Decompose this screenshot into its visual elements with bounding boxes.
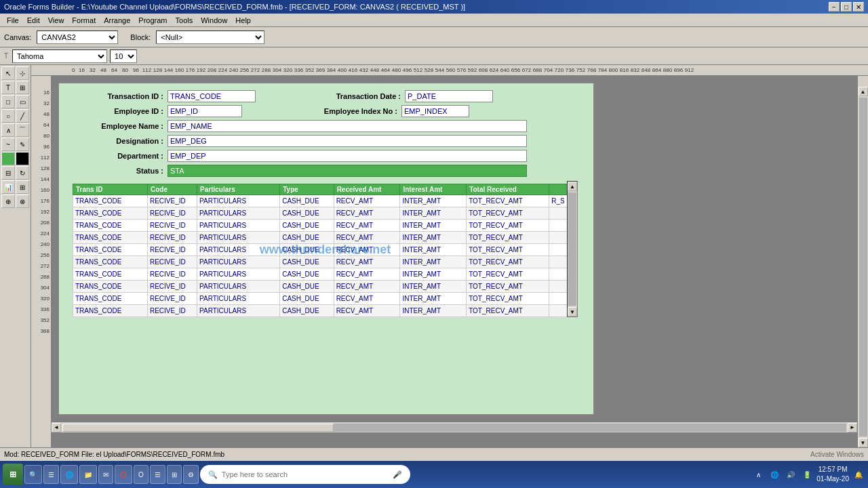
tool-extra2[interactable]: ⊗ bbox=[16, 195, 29, 208]
minimize-button[interactable]: − bbox=[829, 2, 840, 12]
block-select[interactable]: <Null> bbox=[156, 30, 264, 44]
menu-file[interactable]: File bbox=[3, 15, 23, 26]
taskbar-app1[interactable]: ☰ bbox=[150, 465, 165, 484]
department-input[interactable] bbox=[167, 150, 527, 162]
menu-arrange[interactable]: Arrange bbox=[100, 15, 134, 26]
tool-freeline[interactable]: ~ bbox=[1, 138, 15, 151]
tool-marquee[interactable]: ⊹ bbox=[16, 66, 29, 80]
tool-freehand[interactable]: ✎ bbox=[16, 138, 29, 151]
tool-image[interactable]: ⊞ bbox=[16, 81, 29, 94]
menu-format[interactable]: Format bbox=[68, 15, 100, 26]
tray-volume[interactable]: 🔊 bbox=[784, 468, 797, 481]
search-bar[interactable]: 🔍 🎤 bbox=[200, 465, 410, 484]
table-row[interactable]: TRANS_CODERECIVE_IDPARTICULARSCASH_DUERE… bbox=[73, 268, 574, 281]
table-row[interactable]: TRANS_CODERECIVE_IDPARTICULARSCASH_DUERE… bbox=[73, 281, 574, 293]
tool-chart[interactable]: 📊 bbox=[1, 180, 15, 194]
transaction-date-input[interactable] bbox=[405, 90, 493, 102]
taskbar-ie[interactable]: ⊙ bbox=[115, 465, 132, 484]
horizontal-scrollbar[interactable]: ◄ ► bbox=[52, 422, 857, 432]
taskbar: ⊞ 🔍 ☰ 🌐 📁 ✉ ⊙ O ☰ ⊞ ⚙ 🔍 🎤 ∧ 🌐 🔊 🔋 12:57 … bbox=[0, 461, 868, 488]
date: 01-May-20 bbox=[816, 474, 849, 484]
menu-program[interactable]: Program bbox=[134, 15, 171, 26]
table-row[interactable]: TRANS_CODERECIVE_IDPARTICULARSCASH_DUERE… bbox=[73, 293, 574, 305]
taskbar-edge[interactable]: 🌐 bbox=[60, 465, 78, 484]
scroll-down-button[interactable]: ▼ bbox=[568, 307, 577, 317]
start-button[interactable]: ⊞ bbox=[3, 464, 23, 485]
table-row[interactable]: TRANS_CODERECIVE_IDPARTICULARSCASH_DUERE… bbox=[73, 232, 574, 244]
tool-arc[interactable]: ⌒ bbox=[16, 123, 29, 137]
col-trans-id: Trans ID bbox=[73, 184, 148, 195]
font-select[interactable]: Tahoma bbox=[12, 49, 107, 63]
employee-index-input[interactable] bbox=[401, 105, 469, 117]
employee-name-input[interactable] bbox=[167, 120, 527, 132]
search-input[interactable] bbox=[222, 470, 390, 479]
table-row[interactable]: TRANS_CODERECIVE_IDPARTICULARSCASH_DUERE… bbox=[73, 195, 574, 207]
scroll-left-button[interactable]: ◄ bbox=[52, 423, 61, 432]
menu-edit[interactable]: Edit bbox=[23, 15, 44, 26]
table-cell: RECV_AMT bbox=[334, 281, 400, 293]
tool-text[interactable]: T bbox=[1, 81, 15, 94]
table-cell: TRANS_CODE bbox=[73, 195, 148, 207]
tool-polyline[interactable]: ∧ bbox=[1, 123, 15, 137]
canvas-content: Transaction ID : Transaction Date : bbox=[52, 76, 857, 447]
tray-network[interactable]: 🌐 bbox=[768, 468, 781, 481]
grid-header: Trans ID Code Particulars Type Received … bbox=[73, 184, 574, 195]
close-button[interactable]: ✕ bbox=[853, 2, 864, 12]
clock[interactable]: 12:57 PM 01-May-20 bbox=[816, 465, 849, 484]
employee-id-input[interactable] bbox=[167, 105, 242, 117]
taskbar-app3[interactable]: ⚙ bbox=[183, 465, 199, 484]
transaction-date-label: Transaction Date : bbox=[317, 92, 405, 100]
tray-battery[interactable]: 🔋 bbox=[800, 468, 814, 481]
table-cell: TOT_RECV_AMT bbox=[467, 195, 549, 207]
right-scroll-down[interactable]: ▼ bbox=[859, 438, 868, 447]
tool-rotate[interactable]: ↻ bbox=[16, 166, 29, 180]
taskbar-task-view[interactable]: ☰ bbox=[43, 465, 59, 484]
taskbar-explorer[interactable]: 📁 bbox=[79, 465, 97, 484]
size-select[interactable]: 10 bbox=[110, 49, 137, 63]
status-input[interactable] bbox=[167, 165, 527, 177]
vertical-scrollbar[interactable]: ▲ ▼ bbox=[567, 181, 578, 317]
tool-ellipse[interactable]: ○ bbox=[1, 109, 15, 123]
tool-group[interactable]: ⊞ bbox=[16, 180, 29, 194]
table-row[interactable]: TRANS_CODERECIVE_IDPARTICULARSCASH_DUERE… bbox=[73, 305, 574, 317]
transaction-id-input[interactable] bbox=[167, 90, 256, 102]
taskbar-app2[interactable]: ⊞ bbox=[167, 465, 182, 484]
tool-rounded-rect[interactable]: ▭ bbox=[16, 95, 29, 108]
scroll-up-button[interactable]: ▲ bbox=[568, 182, 577, 191]
menu-window[interactable]: Window bbox=[197, 15, 231, 26]
canvas-select[interactable]: CANVAS2 bbox=[37, 30, 118, 44]
table-cell: INTER_AMT bbox=[400, 305, 467, 317]
right-scroll-up[interactable]: ▲ bbox=[859, 87, 868, 96]
tool-line[interactable]: ╱ bbox=[16, 109, 29, 123]
table-cell: CASH_DUE bbox=[280, 232, 334, 244]
menu-bar: File Edit View Format Arrange Program To… bbox=[0, 14, 868, 27]
menu-view[interactable]: View bbox=[44, 15, 68, 26]
taskbar-mail[interactable]: ✉ bbox=[98, 465, 113, 484]
designation-input[interactable] bbox=[167, 135, 527, 147]
table-row[interactable]: TRANS_CODERECIVE_IDPARTICULARSCASH_DUERE… bbox=[73, 220, 574, 232]
col-interest-amt: Interest Amt bbox=[400, 184, 467, 195]
table-row[interactable]: TRANS_CODERECIVE_IDPARTICULARSCASH_DUERE… bbox=[73, 244, 574, 256]
menu-tools[interactable]: Tools bbox=[172, 15, 197, 26]
mic-icon[interactable]: 🎤 bbox=[393, 470, 402, 479]
tool-color-fill[interactable] bbox=[1, 152, 15, 165]
table-cell: INTER_AMT bbox=[400, 220, 467, 232]
tool-rect[interactable]: □ bbox=[1, 95, 15, 108]
tool-align[interactable]: ⊟ bbox=[1, 166, 15, 180]
table-cell: PARTICULARS bbox=[197, 244, 280, 256]
right-scrollbar[interactable]: ▲ ▼ bbox=[857, 76, 868, 447]
table-row[interactable]: TRANS_CODERECIVE_IDPARTICULARSCASH_DUERE… bbox=[73, 256, 574, 268]
taskbar-opera[interactable]: O bbox=[134, 465, 149, 484]
menu-help[interactable]: Help bbox=[231, 15, 255, 26]
tool-extra1[interactable]: ⊕ bbox=[1, 195, 15, 208]
scroll-right-button[interactable]: ► bbox=[848, 423, 857, 432]
maximize-button[interactable]: □ bbox=[841, 2, 852, 12]
taskbar-search[interactable]: 🔍 bbox=[24, 465, 42, 484]
table-row[interactable]: TRANS_CODERECIVE_IDPARTICULARSCASH_DUERE… bbox=[73, 207, 574, 220]
tray-notification[interactable]: 🔔 bbox=[852, 468, 865, 481]
table-cell: RECV_AMT bbox=[334, 232, 400, 244]
tool-color-stroke[interactable] bbox=[16, 152, 29, 165]
tool-pointer[interactable]: ↖ bbox=[1, 66, 15, 80]
h-scroll-thumb[interactable] bbox=[62, 424, 334, 432]
tray-chevron[interactable]: ∧ bbox=[751, 468, 765, 481]
